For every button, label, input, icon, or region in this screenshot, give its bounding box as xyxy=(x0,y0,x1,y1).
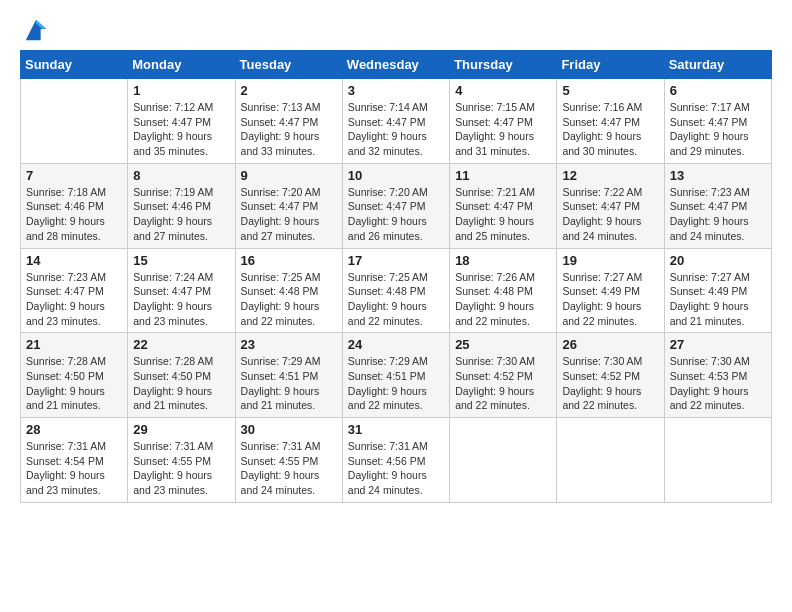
day-cell: 6Sunrise: 7:17 AM Sunset: 4:47 PM Daylig… xyxy=(664,79,771,164)
day-info: Sunrise: 7:17 AM Sunset: 4:47 PM Dayligh… xyxy=(670,100,766,159)
day-cell xyxy=(450,418,557,503)
day-cell: 4Sunrise: 7:15 AM Sunset: 4:47 PM Daylig… xyxy=(450,79,557,164)
day-cell: 18Sunrise: 7:26 AM Sunset: 4:48 PM Dayli… xyxy=(450,248,557,333)
day-info: Sunrise: 7:27 AM Sunset: 4:49 PM Dayligh… xyxy=(670,270,766,329)
day-info: Sunrise: 7:18 AM Sunset: 4:46 PM Dayligh… xyxy=(26,185,122,244)
calendar-header: SundayMondayTuesdayWednesdayThursdayFrid… xyxy=(21,51,772,79)
day-info: Sunrise: 7:27 AM Sunset: 4:49 PM Dayligh… xyxy=(562,270,658,329)
day-cell xyxy=(557,418,664,503)
day-number: 28 xyxy=(26,422,122,437)
day-number: 11 xyxy=(455,168,551,183)
day-number: 21 xyxy=(26,337,122,352)
day-cell: 19Sunrise: 7:27 AM Sunset: 4:49 PM Dayli… xyxy=(557,248,664,333)
day-cell: 30Sunrise: 7:31 AM Sunset: 4:55 PM Dayli… xyxy=(235,418,342,503)
day-cell: 3Sunrise: 7:14 AM Sunset: 4:47 PM Daylig… xyxy=(342,79,449,164)
week-row-2: 14Sunrise: 7:23 AM Sunset: 4:47 PM Dayli… xyxy=(21,248,772,333)
day-info: Sunrise: 7:26 AM Sunset: 4:48 PM Dayligh… xyxy=(455,270,551,329)
day-info: Sunrise: 7:12 AM Sunset: 4:47 PM Dayligh… xyxy=(133,100,229,159)
day-number: 19 xyxy=(562,253,658,268)
day-cell: 15Sunrise: 7:24 AM Sunset: 4:47 PM Dayli… xyxy=(128,248,235,333)
logo-icon xyxy=(22,16,50,44)
day-cell: 16Sunrise: 7:25 AM Sunset: 4:48 PM Dayli… xyxy=(235,248,342,333)
weekday-wednesday: Wednesday xyxy=(342,51,449,79)
day-number: 27 xyxy=(670,337,766,352)
day-cell: 24Sunrise: 7:29 AM Sunset: 4:51 PM Dayli… xyxy=(342,333,449,418)
week-row-3: 21Sunrise: 7:28 AM Sunset: 4:50 PM Dayli… xyxy=(21,333,772,418)
weekday-monday: Monday xyxy=(128,51,235,79)
calendar-body: 1Sunrise: 7:12 AM Sunset: 4:47 PM Daylig… xyxy=(21,79,772,503)
weekday-saturday: Saturday xyxy=(664,51,771,79)
day-info: Sunrise: 7:31 AM Sunset: 4:55 PM Dayligh… xyxy=(241,439,337,498)
day-cell: 1Sunrise: 7:12 AM Sunset: 4:47 PM Daylig… xyxy=(128,79,235,164)
calendar-table: SundayMondayTuesdayWednesdayThursdayFrid… xyxy=(20,50,772,503)
day-info: Sunrise: 7:30 AM Sunset: 4:53 PM Dayligh… xyxy=(670,354,766,413)
day-number: 17 xyxy=(348,253,444,268)
day-info: Sunrise: 7:22 AM Sunset: 4:47 PM Dayligh… xyxy=(562,185,658,244)
day-cell: 17Sunrise: 7:25 AM Sunset: 4:48 PM Dayli… xyxy=(342,248,449,333)
day-number: 26 xyxy=(562,337,658,352)
day-cell: 5Sunrise: 7:16 AM Sunset: 4:47 PM Daylig… xyxy=(557,79,664,164)
day-number: 30 xyxy=(241,422,337,437)
weekday-header-row: SundayMondayTuesdayWednesdayThursdayFrid… xyxy=(21,51,772,79)
day-number: 4 xyxy=(455,83,551,98)
day-cell: 12Sunrise: 7:22 AM Sunset: 4:47 PM Dayli… xyxy=(557,163,664,248)
day-cell: 22Sunrise: 7:28 AM Sunset: 4:50 PM Dayli… xyxy=(128,333,235,418)
day-cell xyxy=(21,79,128,164)
day-info: Sunrise: 7:29 AM Sunset: 4:51 PM Dayligh… xyxy=(348,354,444,413)
day-info: Sunrise: 7:23 AM Sunset: 4:47 PM Dayligh… xyxy=(26,270,122,329)
day-info: Sunrise: 7:25 AM Sunset: 4:48 PM Dayligh… xyxy=(348,270,444,329)
day-cell: 9Sunrise: 7:20 AM Sunset: 4:47 PM Daylig… xyxy=(235,163,342,248)
day-cell: 31Sunrise: 7:31 AM Sunset: 4:56 PM Dayli… xyxy=(342,418,449,503)
day-number: 25 xyxy=(455,337,551,352)
day-number: 24 xyxy=(348,337,444,352)
day-number: 9 xyxy=(241,168,337,183)
day-info: Sunrise: 7:20 AM Sunset: 4:47 PM Dayligh… xyxy=(241,185,337,244)
day-info: Sunrise: 7:20 AM Sunset: 4:47 PM Dayligh… xyxy=(348,185,444,244)
day-number: 5 xyxy=(562,83,658,98)
day-number: 29 xyxy=(133,422,229,437)
day-number: 23 xyxy=(241,337,337,352)
day-cell: 27Sunrise: 7:30 AM Sunset: 4:53 PM Dayli… xyxy=(664,333,771,418)
day-cell: 25Sunrise: 7:30 AM Sunset: 4:52 PM Dayli… xyxy=(450,333,557,418)
day-info: Sunrise: 7:30 AM Sunset: 4:52 PM Dayligh… xyxy=(455,354,551,413)
day-cell: 21Sunrise: 7:28 AM Sunset: 4:50 PM Dayli… xyxy=(21,333,128,418)
week-row-1: 7Sunrise: 7:18 AM Sunset: 4:46 PM Daylig… xyxy=(21,163,772,248)
day-info: Sunrise: 7:13 AM Sunset: 4:47 PM Dayligh… xyxy=(241,100,337,159)
day-number: 15 xyxy=(133,253,229,268)
day-info: Sunrise: 7:31 AM Sunset: 4:55 PM Dayligh… xyxy=(133,439,229,498)
day-info: Sunrise: 7:31 AM Sunset: 4:54 PM Dayligh… xyxy=(26,439,122,498)
day-cell xyxy=(664,418,771,503)
day-number: 10 xyxy=(348,168,444,183)
day-number: 16 xyxy=(241,253,337,268)
day-number: 2 xyxy=(241,83,337,98)
day-number: 1 xyxy=(133,83,229,98)
logo xyxy=(20,16,50,44)
day-cell: 13Sunrise: 7:23 AM Sunset: 4:47 PM Dayli… xyxy=(664,163,771,248)
day-number: 31 xyxy=(348,422,444,437)
day-cell: 11Sunrise: 7:21 AM Sunset: 4:47 PM Dayli… xyxy=(450,163,557,248)
day-cell: 26Sunrise: 7:30 AM Sunset: 4:52 PM Dayli… xyxy=(557,333,664,418)
weekday-thursday: Thursday xyxy=(450,51,557,79)
day-cell: 2Sunrise: 7:13 AM Sunset: 4:47 PM Daylig… xyxy=(235,79,342,164)
day-cell: 8Sunrise: 7:19 AM Sunset: 4:46 PM Daylig… xyxy=(128,163,235,248)
day-cell: 28Sunrise: 7:31 AM Sunset: 4:54 PM Dayli… xyxy=(21,418,128,503)
day-cell: 14Sunrise: 7:23 AM Sunset: 4:47 PM Dayli… xyxy=(21,248,128,333)
day-info: Sunrise: 7:19 AM Sunset: 4:46 PM Dayligh… xyxy=(133,185,229,244)
day-number: 14 xyxy=(26,253,122,268)
weekday-tuesday: Tuesday xyxy=(235,51,342,79)
day-cell: 10Sunrise: 7:20 AM Sunset: 4:47 PM Dayli… xyxy=(342,163,449,248)
day-info: Sunrise: 7:28 AM Sunset: 4:50 PM Dayligh… xyxy=(133,354,229,413)
day-number: 20 xyxy=(670,253,766,268)
weekday-sunday: Sunday xyxy=(21,51,128,79)
day-info: Sunrise: 7:31 AM Sunset: 4:56 PM Dayligh… xyxy=(348,439,444,498)
day-info: Sunrise: 7:15 AM Sunset: 4:47 PM Dayligh… xyxy=(455,100,551,159)
day-info: Sunrise: 7:30 AM Sunset: 4:52 PM Dayligh… xyxy=(562,354,658,413)
day-cell: 23Sunrise: 7:29 AM Sunset: 4:51 PM Dayli… xyxy=(235,333,342,418)
day-cell: 7Sunrise: 7:18 AM Sunset: 4:46 PM Daylig… xyxy=(21,163,128,248)
week-row-4: 28Sunrise: 7:31 AM Sunset: 4:54 PM Dayli… xyxy=(21,418,772,503)
day-number: 13 xyxy=(670,168,766,183)
day-cell: 20Sunrise: 7:27 AM Sunset: 4:49 PM Dayli… xyxy=(664,248,771,333)
day-number: 18 xyxy=(455,253,551,268)
header xyxy=(20,16,772,44)
day-info: Sunrise: 7:29 AM Sunset: 4:51 PM Dayligh… xyxy=(241,354,337,413)
